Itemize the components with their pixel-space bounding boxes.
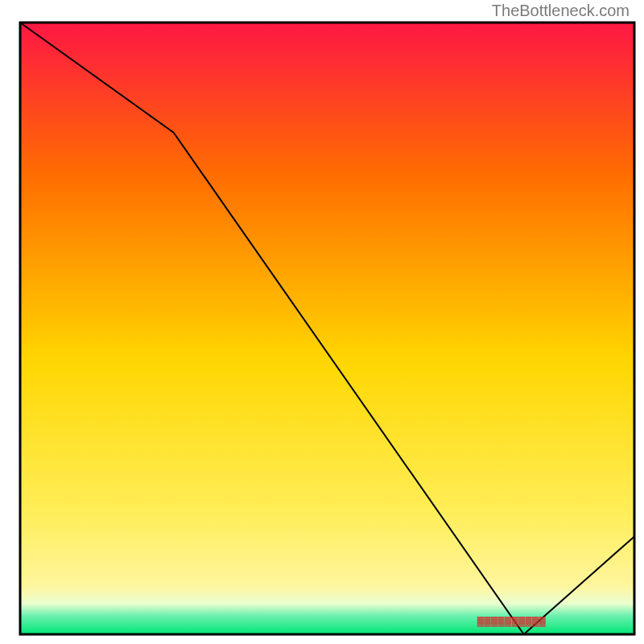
bottleneck-chart: ▓▓▓▓▓▓▓▓▓▓	[0, 0, 644, 644]
chart-background-gradient	[20, 23, 634, 634]
chart-container: TheBottleneck.com ▓▓▓▓▓▓▓▓▓▓	[0, 0, 644, 644]
red-annotation-label: ▓▓▓▓▓▓▓▓▓▓	[477, 616, 547, 627]
watermark-text: TheBottleneck.com	[492, 2, 630, 20]
plot-area: ▓▓▓▓▓▓▓▓▓▓	[20, 23, 634, 634]
